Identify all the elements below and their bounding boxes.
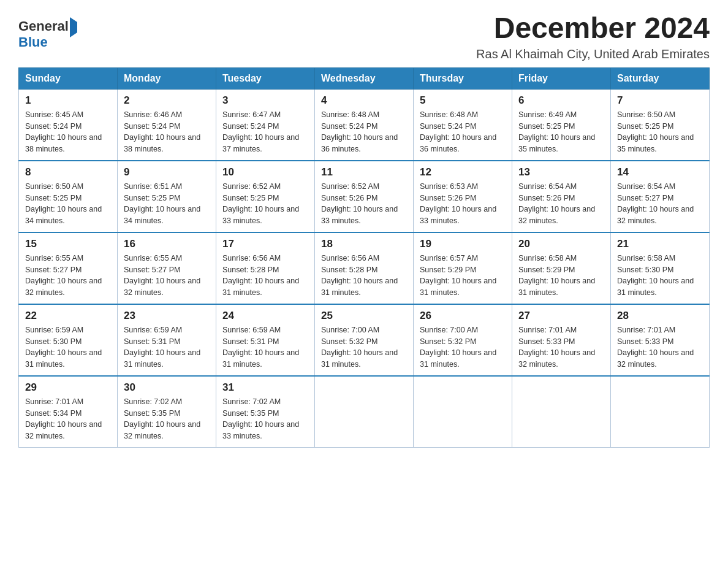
title-area: December 2024 Ras Al Khaimah City, Unite… [476,12,710,61]
header-wednesday: Wednesday [315,67,414,89]
day-number: 12 [420,166,506,178]
day-number: 5 [420,94,506,107]
week-row-2: 8Sunrise: 6:50 AMSunset: 5:25 PMDaylight… [19,161,710,232]
day-info: Sunrise: 6:48 AMSunset: 5:24 PMDaylight:… [420,109,506,155]
header-thursday: Thursday [414,67,512,89]
day-number: 1 [25,94,111,107]
day-info: Sunrise: 6:49 AMSunset: 5:25 PMDaylight:… [518,109,604,155]
day-number: 8 [25,166,111,178]
calendar-cell: 14Sunrise: 6:54 AMSunset: 5:27 PMDayligh… [611,161,710,232]
day-info: Sunrise: 6:54 AMSunset: 5:26 PMDaylight:… [518,181,604,227]
calendar-cell: 3Sunrise: 6:47 AMSunset: 5:24 PMDaylight… [216,89,315,161]
calendar-cell: 22Sunrise: 6:59 AMSunset: 5:30 PMDayligh… [19,304,118,376]
day-number: 24 [222,310,308,322]
day-info: Sunrise: 6:56 AMSunset: 5:28 PMDaylight:… [321,253,407,299]
calendar-cell: 17Sunrise: 6:56 AMSunset: 5:28 PMDayligh… [216,232,315,304]
day-number: 29 [25,381,111,394]
calendar-cell: 28Sunrise: 7:01 AMSunset: 5:33 PMDayligh… [611,304,710,376]
calendar-cell: 5Sunrise: 6:48 AMSunset: 5:24 PMDaylight… [414,89,512,161]
day-info: Sunrise: 6:52 AMSunset: 5:26 PMDaylight:… [321,181,407,227]
day-info: Sunrise: 6:57 AMSunset: 5:29 PMDaylight:… [420,253,506,299]
header-saturday: Saturday [611,67,710,89]
day-number: 9 [124,166,210,178]
calendar-cell: 6Sunrise: 6:49 AMSunset: 5:25 PMDaylight… [512,89,611,161]
header-monday: Monday [118,67,216,89]
day-number: 30 [124,381,210,394]
day-number: 7 [617,94,703,107]
calendar-cell: 8Sunrise: 6:50 AMSunset: 5:25 PMDaylight… [19,161,118,232]
day-number: 13 [518,166,604,178]
logo: General Blue [18,18,77,50]
day-info: Sunrise: 6:45 AMSunset: 5:24 PMDaylight:… [25,109,111,155]
calendar-table: SundayMondayTuesdayWednesdayThursdayFrid… [18,67,710,448]
day-number: 22 [25,310,111,322]
calendar-cell: 23Sunrise: 6:59 AMSunset: 5:31 PMDayligh… [118,304,216,376]
header-sunday: Sunday [19,67,118,89]
calendar-cell: 27Sunrise: 7:01 AMSunset: 5:33 PMDayligh… [512,304,611,376]
logo-blue: Blue [18,34,48,50]
calendar-cell: 19Sunrise: 6:57 AMSunset: 5:29 PMDayligh… [414,232,512,304]
day-info: Sunrise: 7:02 AMSunset: 5:35 PMDaylight:… [124,396,210,442]
day-number: 27 [518,310,604,322]
day-number: 15 [25,238,111,250]
calendar-cell: 20Sunrise: 6:58 AMSunset: 5:29 PMDayligh… [512,232,611,304]
header-row: SundayMondayTuesdayWednesdayThursdayFrid… [19,67,710,89]
day-number: 3 [222,94,308,107]
day-info: Sunrise: 6:50 AMSunset: 5:25 PMDaylight:… [617,109,703,155]
week-row-5: 29Sunrise: 7:01 AMSunset: 5:34 PMDayligh… [19,376,710,448]
day-info: Sunrise: 7:01 AMSunset: 5:33 PMDaylight:… [617,324,703,370]
day-info: Sunrise: 7:00 AMSunset: 5:32 PMDaylight:… [420,324,506,370]
calendar-cell: 12Sunrise: 6:53 AMSunset: 5:26 PMDayligh… [414,161,512,232]
day-info: Sunrise: 6:59 AMSunset: 5:30 PMDaylight:… [25,324,111,370]
calendar-cell: 16Sunrise: 6:55 AMSunset: 5:27 PMDayligh… [118,232,216,304]
day-info: Sunrise: 6:50 AMSunset: 5:25 PMDaylight:… [25,181,111,227]
calendar-cell: 31Sunrise: 7:02 AMSunset: 5:35 PMDayligh… [216,376,315,448]
day-number: 6 [518,94,604,107]
calendar-cell: 25Sunrise: 7:00 AMSunset: 5:32 PMDayligh… [315,304,414,376]
calendar-cell: 13Sunrise: 6:54 AMSunset: 5:26 PMDayligh… [512,161,611,232]
month-title: December 2024 [476,12,710,45]
day-info: Sunrise: 6:55 AMSunset: 5:27 PMDaylight:… [25,253,111,299]
calendar-cell: 7Sunrise: 6:50 AMSunset: 5:25 PMDaylight… [611,89,710,161]
day-info: Sunrise: 6:58 AMSunset: 5:30 PMDaylight:… [617,253,703,299]
day-info: Sunrise: 7:01 AMSunset: 5:33 PMDaylight:… [518,324,604,370]
day-number: 14 [617,166,703,178]
week-row-1: 1Sunrise: 6:45 AMSunset: 5:24 PMDaylight… [19,89,710,161]
day-number: 26 [420,310,506,322]
day-number: 2 [124,94,210,107]
calendar-cell: 4Sunrise: 6:48 AMSunset: 5:24 PMDaylight… [315,89,414,161]
calendar-cell: 21Sunrise: 6:58 AMSunset: 5:30 PMDayligh… [611,232,710,304]
page-header: General Blue December 2024 Ras Al Khaima… [18,12,710,61]
day-number: 21 [617,238,703,250]
day-info: Sunrise: 6:56 AMSunset: 5:28 PMDaylight:… [222,253,308,299]
logo-general: General [18,18,69,34]
day-number: 16 [124,238,210,250]
day-info: Sunrise: 6:48 AMSunset: 5:24 PMDaylight:… [321,109,407,155]
calendar-cell: 24Sunrise: 6:59 AMSunset: 5:31 PMDayligh… [216,304,315,376]
day-number: 31 [222,381,308,394]
week-row-4: 22Sunrise: 6:59 AMSunset: 5:30 PMDayligh… [19,304,710,376]
calendar-cell: 15Sunrise: 6:55 AMSunset: 5:27 PMDayligh… [19,232,118,304]
logo-text: General Blue [18,18,77,50]
calendar-cell [611,376,710,448]
calendar-cell: 1Sunrise: 6:45 AMSunset: 5:24 PMDaylight… [19,89,118,161]
day-info: Sunrise: 7:00 AMSunset: 5:32 PMDaylight:… [321,324,407,370]
calendar-cell: 11Sunrise: 6:52 AMSunset: 5:26 PMDayligh… [315,161,414,232]
day-info: Sunrise: 7:01 AMSunset: 5:34 PMDaylight:… [25,396,111,442]
day-number: 28 [617,310,703,322]
calendar-cell: 26Sunrise: 7:00 AMSunset: 5:32 PMDayligh… [414,304,512,376]
header-tuesday: Tuesday [216,67,315,89]
day-info: Sunrise: 6:51 AMSunset: 5:25 PMDaylight:… [124,181,210,227]
day-info: Sunrise: 6:53 AMSunset: 5:26 PMDaylight:… [420,181,506,227]
calendar-cell [414,376,512,448]
day-info: Sunrise: 7:02 AMSunset: 5:35 PMDaylight:… [222,396,308,442]
calendar-cell: 10Sunrise: 6:52 AMSunset: 5:25 PMDayligh… [216,161,315,232]
header-friday: Friday [512,67,611,89]
calendar-cell [315,376,414,448]
day-number: 10 [222,166,308,178]
day-number: 11 [321,166,407,178]
day-info: Sunrise: 6:58 AMSunset: 5:29 PMDaylight:… [518,253,604,299]
day-number: 23 [124,310,210,322]
calendar-cell: 29Sunrise: 7:01 AMSunset: 5:34 PMDayligh… [19,376,118,448]
day-number: 20 [518,238,604,250]
